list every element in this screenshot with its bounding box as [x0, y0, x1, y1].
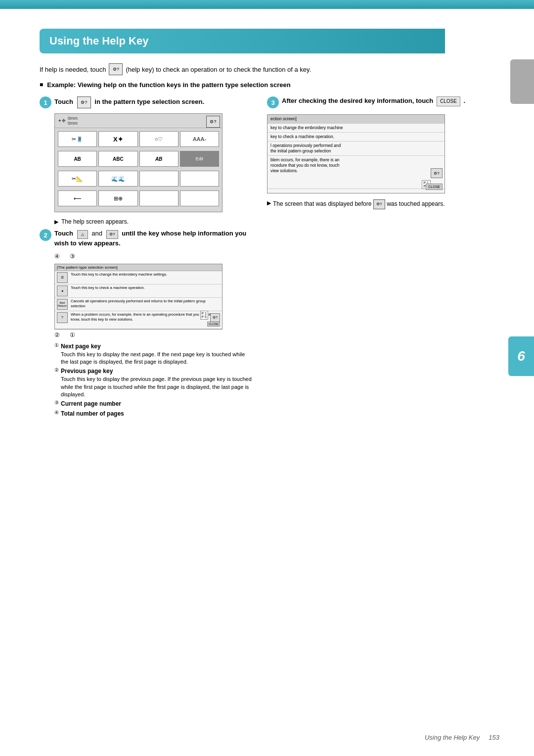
step2-row-icon-1: ☰ [57, 272, 68, 283]
page-title: Using the Help Key [49, 35, 148, 47]
example-text: Example: Viewing help on the function ke… [47, 81, 290, 89]
step2-circle: 2 [40, 229, 51, 241]
intro-after: (help key) to check an operation or to c… [126, 66, 311, 73]
step3-main-text: After checking the desired key informati… [282, 97, 433, 104]
step1-text: Touch ⚙? in the pattern type selection s… [54, 96, 204, 108]
step3-row-0: ection screen] [267, 115, 445, 124]
left-column: 1 Touch ⚙? in the pattern type selection… [40, 96, 252, 420]
legend-desc-1: Touch this key to display the next page.… [61, 351, 252, 366]
step3-circle: 3 [267, 96, 279, 108]
legend-num-2: ② [54, 367, 59, 373]
step2-icon2: ⚙? [106, 230, 118, 239]
step2-touch: Touch [54, 230, 73, 237]
nav-labels-top: ④ ③ [54, 253, 252, 260]
nav-label-1: ① [70, 331, 75, 338]
legend-content-2: Previous page key Touch this key to disp… [61, 367, 252, 398]
legend-main-1: Next page key [61, 342, 252, 351]
step3-text: After checking the desired key informati… [282, 96, 465, 106]
step2-row-4: ? When a problem occurs, for example, th… [55, 311, 222, 329]
two-column-layout: 1 Touch ⚙? in the pattern type selection… [40, 96, 499, 420]
close-button[interactable]: CLOSE [426, 184, 443, 190]
page-footer: Using the Help Key 153 [425, 734, 499, 741]
pattern-cell-14: ⊞⊕ [98, 190, 137, 206]
legend-num-3: ③ [54, 400, 59, 405]
nav-label-4: ④ [54, 253, 60, 260]
legend-content-4: Total number of pages [61, 410, 124, 418]
legend-main-2: Previous page key [61, 367, 252, 376]
example-intro: Example: Viewing help on the function ke… [40, 81, 499, 89]
step1-touch: Touch [54, 98, 73, 105]
close-btn-small[interactable]: CLOSE [207, 322, 220, 327]
legend-num-1: ① [54, 342, 59, 348]
pattern-cell-4: AAA- [180, 131, 219, 147]
legend-content-3: Current page number [61, 400, 121, 408]
pattern-cell-13: ⟵ [58, 190, 97, 206]
step3-row-1: key to change the embroidery machine [267, 124, 445, 133]
step3-help-icon: ⚙? [431, 168, 443, 178]
help-key-icon: ⚙? [109, 63, 123, 75]
help-btn: ⚙? [206, 116, 220, 128]
legend-item-4: ④ Total number of pages [54, 410, 252, 418]
step2-header: 2 Touch △ and ⚙? until the key whose hel… [40, 229, 252, 248]
machine-screen: ✦✤ 0mm0mm ✂🧵 X✦ ○♡ AAA- AB ABC AB Edit ✂… [54, 113, 222, 212]
pattern-cell-3: ○♡ [139, 131, 178, 147]
step3-row-4: blem occurs, for example, there is anroc… [267, 156, 445, 189]
legend-desc-2: Touch this key to display the previous p… [61, 376, 252, 398]
nav-label-3: ③ [70, 253, 75, 260]
legend-item-2: ② Previous page key Touch this key to di… [54, 367, 252, 398]
intro-before: If help is needed, touch [40, 66, 106, 73]
step2-row-text-3: Cancels all operations previously perfor… [71, 299, 220, 309]
step3-row-2: key to check a machine operation. [267, 133, 445, 142]
step2-screen: [The pattern type selection screen] ☰ To… [54, 264, 222, 330]
step2-row-text-2: Touch this key to check a machine operat… [71, 285, 220, 290]
legend-main-3: Current page number [61, 400, 121, 408]
screen-top: ✦✤ 0mm0mm [55, 114, 222, 128]
step1-note: The help screen appears. [54, 218, 252, 225]
legend-main-4: Total number of pages [61, 410, 124, 418]
page-indicator: P 1P 5 [200, 311, 208, 320]
pattern-cell-15 [139, 190, 178, 206]
step3-header: 3 After checking the desired key informa… [267, 96, 499, 108]
step2-row-text-4: When a problem occurs, for example, ther… [71, 312, 220, 322]
legend-num-4: ④ [54, 410, 59, 415]
step1-help-icon: ⚙? [77, 96, 91, 108]
numbered-legend: ① Next page key Touch this key to displa… [54, 342, 252, 418]
pattern-cell-7: AB [139, 151, 178, 167]
step2-and: and [91, 230, 102, 237]
pattern-cell-1: ✂🧵 [58, 131, 97, 147]
nav-labels-bottom: ② ① [54, 331, 252, 338]
legend-item-1: ① Next page key Touch this key to displa… [54, 342, 252, 366]
title-box: Using the Help Key [40, 29, 445, 53]
footer-page: 153 [489, 734, 499, 741]
step2-text: Touch △ and ⚙? until the key whose help … [54, 229, 252, 248]
footer-text: Using the Help Key [425, 734, 480, 741]
pattern-cell-2: X✦ [98, 131, 137, 147]
pattern-cell-5: AB [58, 151, 97, 167]
step2-row-text-1: Touch this key to change the embroidery … [71, 272, 220, 277]
legend-content-1: Next page key Touch this key to display … [61, 342, 252, 366]
pattern-cell-16 [180, 190, 219, 206]
step2-row-icon-4: ? [57, 312, 68, 323]
step3-row-3: l operations previously performed andthe… [267, 142, 445, 156]
top-bar [0, 0, 534, 9]
step3-note: The screen that was displayed before ⚙? … [267, 199, 499, 209]
nav-label-2: ② [54, 331, 60, 338]
pattern-cell-10: 🌊🌊 [98, 171, 137, 187]
step2-screen-header: [The pattern type selection screen] [55, 264, 222, 271]
step3-note-main: The screen that was displayed before [273, 200, 371, 207]
screen-icon: ✦✤ [58, 118, 66, 123]
pattern-cell-6: ABC [98, 151, 137, 167]
step2-row-2: ● Touch this key to check a machine oper… [55, 284, 222, 298]
step1-header: 1 Touch ⚙? in the pattern type selection… [40, 96, 252, 108]
pattern-cell-9: ✂📐 [58, 171, 97, 187]
pattern-cell-12 [180, 171, 219, 187]
step2-row-icon-2: ● [57, 285, 68, 296]
pattern-cell-edit: Edit [180, 151, 219, 167]
step2-row-icon-3: Ret/Return [57, 299, 68, 310]
step2-row-3: Ret/Return Cancels all operations previo… [55, 298, 222, 311]
step2-row-1: ☰ Touch this key to change the embroider… [55, 271, 222, 284]
pattern-grid: ✂🧵 X✦ ○♡ AAA- AB ABC AB Edit ✂📐 🌊🌊 ⟵ ⊞⊕ [55, 128, 222, 212]
step2-icon1: △ [77, 230, 88, 239]
step3-note-icon: ⚙? [373, 199, 385, 209]
close-button-display: CLOSE [437, 96, 460, 106]
